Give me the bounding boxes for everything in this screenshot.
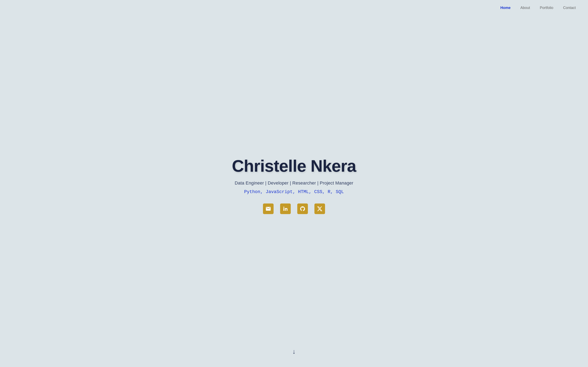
nav-item-contact[interactable]: Contact [563,6,576,10]
hero-skills: Python, JavaScript, HTML, CSS, R, SQL [244,189,344,194]
github-icon[interactable] [297,203,308,214]
hero-name: Christelle Nkera [232,156,356,175]
navigation: Home About Portfolio Contact [0,0,588,16]
nav-item-portfolio[interactable]: Portfolio [540,6,553,10]
hero-subtitle: Data Engineer | Developer | Researcher |… [234,180,353,186]
twitter-x-icon[interactable] [314,203,325,214]
scroll-down-button[interactable]: ↓ [292,348,296,355]
nav-item-home[interactable]: Home [501,6,511,10]
social-icons-container [263,203,325,214]
hero-section: Christelle Nkera Data Engineer | Develop… [0,16,588,367]
page-wrapper: Home About Portfolio Contact Christelle … [0,0,588,367]
email-icon[interactable] [263,203,274,214]
linkedin-icon[interactable] [280,203,291,214]
nav-item-about[interactable]: About [520,6,530,10]
scroll-arrow: ↓ [292,348,296,355]
